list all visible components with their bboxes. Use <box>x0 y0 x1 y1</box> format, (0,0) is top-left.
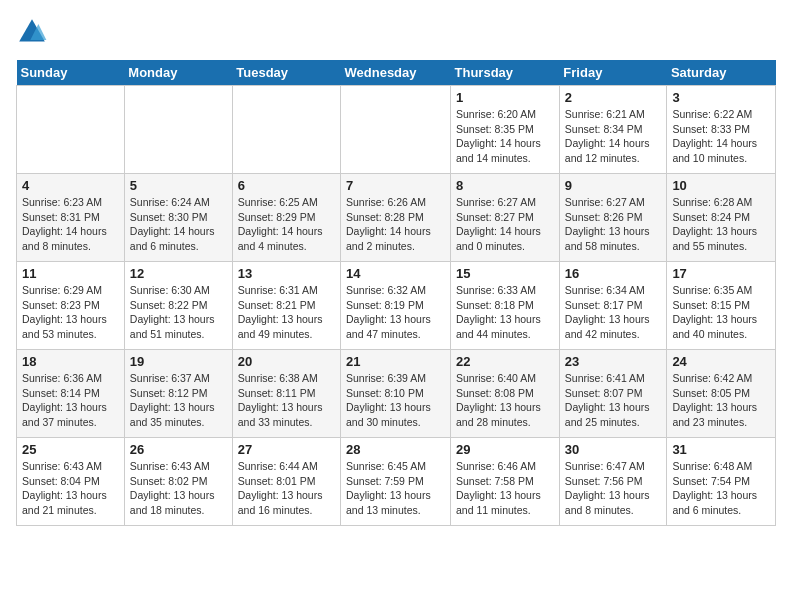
calendar-cell: 31Sunrise: 6:48 AM Sunset: 7:54 PM Dayli… <box>667 438 776 526</box>
day-detail: Sunrise: 6:21 AM Sunset: 8:34 PM Dayligh… <box>565 107 662 166</box>
day-detail: Sunrise: 6:31 AM Sunset: 8:21 PM Dayligh… <box>238 283 335 342</box>
calendar-cell: 27Sunrise: 6:44 AM Sunset: 8:01 PM Dayli… <box>232 438 340 526</box>
calendar-cell: 6Sunrise: 6:25 AM Sunset: 8:29 PM Daylig… <box>232 174 340 262</box>
day-detail: Sunrise: 6:35 AM Sunset: 8:15 PM Dayligh… <box>672 283 770 342</box>
day-number: 2 <box>565 90 662 105</box>
day-detail: Sunrise: 6:30 AM Sunset: 8:22 PM Dayligh… <box>130 283 227 342</box>
day-detail: Sunrise: 6:39 AM Sunset: 8:10 PM Dayligh… <box>346 371 445 430</box>
day-detail: Sunrise: 6:29 AM Sunset: 8:23 PM Dayligh… <box>22 283 119 342</box>
calendar-cell: 18Sunrise: 6:36 AM Sunset: 8:14 PM Dayli… <box>17 350 125 438</box>
calendar-week-row: 11Sunrise: 6:29 AM Sunset: 8:23 PM Dayli… <box>17 262 776 350</box>
day-number: 1 <box>456 90 554 105</box>
weekday-header-saturday: Saturday <box>667 60 776 86</box>
calendar-cell: 23Sunrise: 6:41 AM Sunset: 8:07 PM Dayli… <box>559 350 667 438</box>
calendar-cell: 7Sunrise: 6:26 AM Sunset: 8:28 PM Daylig… <box>341 174 451 262</box>
calendar-table: SundayMondayTuesdayWednesdayThursdayFrid… <box>16 60 776 526</box>
calendar-week-row: 1Sunrise: 6:20 AM Sunset: 8:35 PM Daylig… <box>17 86 776 174</box>
calendar-week-row: 4Sunrise: 6:23 AM Sunset: 8:31 PM Daylig… <box>17 174 776 262</box>
weekday-header-row: SundayMondayTuesdayWednesdayThursdayFrid… <box>17 60 776 86</box>
day-number: 30 <box>565 442 662 457</box>
day-number: 3 <box>672 90 770 105</box>
calendar-cell: 14Sunrise: 6:32 AM Sunset: 8:19 PM Dayli… <box>341 262 451 350</box>
calendar-cell: 9Sunrise: 6:27 AM Sunset: 8:26 PM Daylig… <box>559 174 667 262</box>
day-detail: Sunrise: 6:43 AM Sunset: 8:04 PM Dayligh… <box>22 459 119 518</box>
calendar-cell: 11Sunrise: 6:29 AM Sunset: 8:23 PM Dayli… <box>17 262 125 350</box>
calendar-cell: 17Sunrise: 6:35 AM Sunset: 8:15 PM Dayli… <box>667 262 776 350</box>
calendar-cell: 15Sunrise: 6:33 AM Sunset: 8:18 PM Dayli… <box>451 262 560 350</box>
day-number: 4 <box>22 178 119 193</box>
calendar-cell <box>124 86 232 174</box>
calendar-cell <box>232 86 340 174</box>
calendar-cell <box>17 86 125 174</box>
day-number: 8 <box>456 178 554 193</box>
calendar-cell: 29Sunrise: 6:46 AM Sunset: 7:58 PM Dayli… <box>451 438 560 526</box>
calendar-cell: 16Sunrise: 6:34 AM Sunset: 8:17 PM Dayli… <box>559 262 667 350</box>
calendar-cell <box>341 86 451 174</box>
calendar-cell: 4Sunrise: 6:23 AM Sunset: 8:31 PM Daylig… <box>17 174 125 262</box>
calendar-cell: 3Sunrise: 6:22 AM Sunset: 8:33 PM Daylig… <box>667 86 776 174</box>
day-detail: Sunrise: 6:44 AM Sunset: 8:01 PM Dayligh… <box>238 459 335 518</box>
day-number: 19 <box>130 354 227 369</box>
day-detail: Sunrise: 6:42 AM Sunset: 8:05 PM Dayligh… <box>672 371 770 430</box>
calendar-week-row: 18Sunrise: 6:36 AM Sunset: 8:14 PM Dayli… <box>17 350 776 438</box>
weekday-header-tuesday: Tuesday <box>232 60 340 86</box>
day-detail: Sunrise: 6:28 AM Sunset: 8:24 PM Dayligh… <box>672 195 770 254</box>
day-detail: Sunrise: 6:27 AM Sunset: 8:27 PM Dayligh… <box>456 195 554 254</box>
weekday-header-sunday: Sunday <box>17 60 125 86</box>
day-number: 15 <box>456 266 554 281</box>
day-number: 5 <box>130 178 227 193</box>
day-detail: Sunrise: 6:26 AM Sunset: 8:28 PM Dayligh… <box>346 195 445 254</box>
day-number: 27 <box>238 442 335 457</box>
calendar-cell: 20Sunrise: 6:38 AM Sunset: 8:11 PM Dayli… <box>232 350 340 438</box>
day-number: 22 <box>456 354 554 369</box>
day-number: 9 <box>565 178 662 193</box>
day-detail: Sunrise: 6:37 AM Sunset: 8:12 PM Dayligh… <box>130 371 227 430</box>
day-detail: Sunrise: 6:47 AM Sunset: 7:56 PM Dayligh… <box>565 459 662 518</box>
calendar-cell: 22Sunrise: 6:40 AM Sunset: 8:08 PM Dayli… <box>451 350 560 438</box>
day-number: 7 <box>346 178 445 193</box>
day-number: 25 <box>22 442 119 457</box>
day-number: 16 <box>565 266 662 281</box>
day-detail: Sunrise: 6:25 AM Sunset: 8:29 PM Dayligh… <box>238 195 335 254</box>
day-detail: Sunrise: 6:34 AM Sunset: 8:17 PM Dayligh… <box>565 283 662 342</box>
calendar-cell: 5Sunrise: 6:24 AM Sunset: 8:30 PM Daylig… <box>124 174 232 262</box>
day-number: 29 <box>456 442 554 457</box>
day-detail: Sunrise: 6:27 AM Sunset: 8:26 PM Dayligh… <box>565 195 662 254</box>
weekday-header-friday: Friday <box>559 60 667 86</box>
day-detail: Sunrise: 6:48 AM Sunset: 7:54 PM Dayligh… <box>672 459 770 518</box>
calendar-cell: 8Sunrise: 6:27 AM Sunset: 8:27 PM Daylig… <box>451 174 560 262</box>
day-detail: Sunrise: 6:33 AM Sunset: 8:18 PM Dayligh… <box>456 283 554 342</box>
calendar-cell: 2Sunrise: 6:21 AM Sunset: 8:34 PM Daylig… <box>559 86 667 174</box>
day-number: 17 <box>672 266 770 281</box>
day-detail: Sunrise: 6:46 AM Sunset: 7:58 PM Dayligh… <box>456 459 554 518</box>
weekday-header-monday: Monday <box>124 60 232 86</box>
day-number: 6 <box>238 178 335 193</box>
day-number: 23 <box>565 354 662 369</box>
calendar-cell: 21Sunrise: 6:39 AM Sunset: 8:10 PM Dayli… <box>341 350 451 438</box>
calendar-cell: 25Sunrise: 6:43 AM Sunset: 8:04 PM Dayli… <box>17 438 125 526</box>
day-number: 20 <box>238 354 335 369</box>
calendar-cell: 10Sunrise: 6:28 AM Sunset: 8:24 PM Dayli… <box>667 174 776 262</box>
weekday-header-thursday: Thursday <box>451 60 560 86</box>
logo <box>16 16 52 48</box>
day-detail: Sunrise: 6:20 AM Sunset: 8:35 PM Dayligh… <box>456 107 554 166</box>
logo-icon <box>16 16 48 48</box>
page-header <box>16 16 776 48</box>
calendar-cell: 19Sunrise: 6:37 AM Sunset: 8:12 PM Dayli… <box>124 350 232 438</box>
calendar-cell: 24Sunrise: 6:42 AM Sunset: 8:05 PM Dayli… <box>667 350 776 438</box>
day-number: 10 <box>672 178 770 193</box>
day-number: 14 <box>346 266 445 281</box>
day-number: 26 <box>130 442 227 457</box>
calendar-cell: 1Sunrise: 6:20 AM Sunset: 8:35 PM Daylig… <box>451 86 560 174</box>
day-number: 13 <box>238 266 335 281</box>
calendar-cell: 26Sunrise: 6:43 AM Sunset: 8:02 PM Dayli… <box>124 438 232 526</box>
day-number: 21 <box>346 354 445 369</box>
day-number: 31 <box>672 442 770 457</box>
day-number: 12 <box>130 266 227 281</box>
day-detail: Sunrise: 6:22 AM Sunset: 8:33 PM Dayligh… <box>672 107 770 166</box>
day-number: 11 <box>22 266 119 281</box>
day-detail: Sunrise: 6:38 AM Sunset: 8:11 PM Dayligh… <box>238 371 335 430</box>
calendar-cell: 28Sunrise: 6:45 AM Sunset: 7:59 PM Dayli… <box>341 438 451 526</box>
calendar-cell: 12Sunrise: 6:30 AM Sunset: 8:22 PM Dayli… <box>124 262 232 350</box>
day-detail: Sunrise: 6:45 AM Sunset: 7:59 PM Dayligh… <box>346 459 445 518</box>
